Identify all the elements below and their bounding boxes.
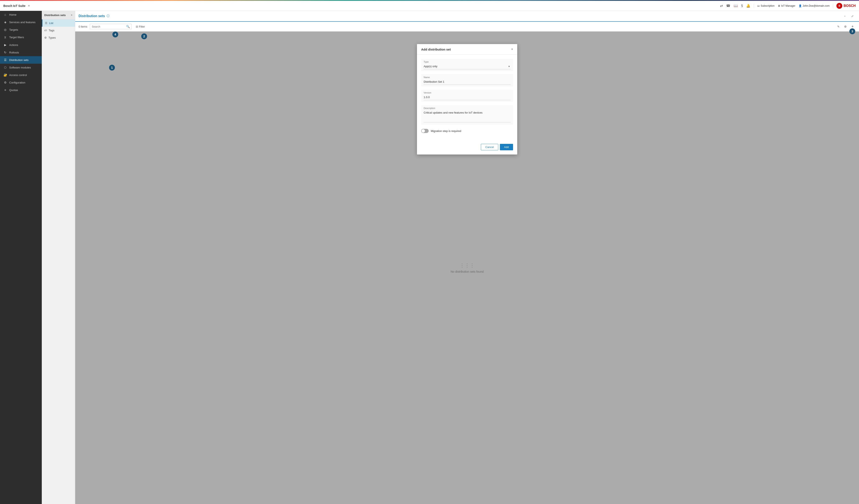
edit-button[interactable]: ✎ [835,24,842,30]
target-filters-icon: ⧖ [3,35,7,39]
type-label: Type [424,61,511,63]
sidebar: ⌂ Home ◈ Services and features ◎ Targets… [0,11,42,504]
migration-label: Migration step is required [431,129,461,133]
sidebar-item-services-label: Services and features [9,21,35,24]
settings-button[interactable]: ⚙ [842,24,848,30]
sidebar-item-targets[interactable]: ◎ Targets [0,26,42,33]
sidebar-item-target-filters[interactable]: ⧖ Target filters [0,33,42,41]
name-input[interactable] [424,79,511,85]
modal-overlay: 4 Add distribution set × Type App [75,32,859,504]
edit-icon: ✎ [837,25,840,28]
secondary-nav-tags-label: Tags [49,29,54,32]
content-header-actions: − ⤢ [842,13,856,19]
search-box[interactable]: 🔍 [90,24,132,29]
content-title: Distribution sets [78,14,105,18]
secondary-nav-tags[interactable]: 🏷 Tags [42,27,75,34]
version-field-group: Version [421,90,513,102]
sidebar-item-actions[interactable]: ▶ Actions [0,41,42,49]
type-select-wrapper: App(s) only ▾ [424,63,511,69]
step-badge-2: 2 [141,33,147,39]
modal-close-button[interactable]: × [511,47,513,51]
cancel-button[interactable]: Cancel [481,144,498,150]
sidebar-item-targets-label: Targets [9,28,18,31]
minimize-button[interactable]: − [842,13,848,19]
search-icon[interactable]: 🔍 [126,25,130,28]
user-item[interactable]: 👤 John.Doe@domain.com [799,4,830,7]
sidebar-item-software-modules[interactable]: ⬡ Software modules [0,64,42,71]
bell-icon[interactable]: 🔔 [746,4,750,8]
search-input[interactable] [92,25,126,28]
tags-nav-icon: 🏷 [44,29,47,32]
modal-body: Type App(s) only ▾ Name [417,55,517,141]
toolbar: 0 items 🔍 ⊟ Filter ✎ ⚙ + [75,22,859,32]
sidebar-item-configuration-label: Configuration [9,81,25,84]
settings-icon: ⚙ [844,25,847,28]
description-textarea[interactable]: Critical updates and new features for Io… [424,110,511,122]
filter-button[interactable]: ⊟ Filter [134,24,147,29]
expand-button[interactable]: ⤢ [849,13,856,19]
name-field-group: Name [421,74,513,87]
minimize-icon: − [844,15,846,18]
sidebar-item-home[interactable]: ⌂ Home [0,11,42,18]
share-icon[interactable]: ⇄ [720,4,723,8]
bosch-circle: B [837,3,842,9]
description-label: Description [424,107,511,109]
secondary-panel-close-icon[interactable]: × [71,13,73,17]
migration-toggle-row: Migration step is required [421,129,513,133]
software-modules-icon: ⬡ [3,66,7,69]
sidebar-item-actions-label: Actions [9,43,18,47]
subscription-item[interactable]: 🗂 Subscription [757,4,774,7]
sidebar-item-quotas-label: Quotas [9,89,18,92]
iot-manager-icon: 🖥 [778,4,780,7]
sidebar-item-access-control-label: Access control [9,74,27,77]
iot-manager-label: IoT Manager [781,4,795,7]
sidebar-item-rollouts[interactable]: ↻ Rollouts [0,49,42,56]
app-title: Bosch IoT Suite [3,4,26,7]
secondary-nav-types-label: Types [48,36,56,39]
content-title-area: Distribution sets ⓘ [78,14,109,18]
secondary-nav-list-label: List [49,21,53,25]
type-field-group: Type App(s) only ▾ [421,59,513,71]
badge-4-circle: 4 [112,32,118,37]
items-count: 0 items [78,25,87,28]
sidebar-item-rollouts-label: Rollouts [9,51,19,54]
secondary-panel-header: Distribution sets × [42,11,75,19]
targets-icon: ◎ [3,28,7,31]
description-field-group: Description Critical updates and new fea… [421,105,513,125]
sidebar-item-distribution-sets[interactable]: ☰ Distribution sets [0,56,42,64]
iot-manager-item[interactable]: 🖥 IoT Manager [778,4,795,7]
step-badge-4: 4 [112,32,118,37]
secondary-nav-types[interactable]: ⚙ Types [42,34,75,41]
version-input[interactable] [424,94,511,100]
header-left: Bosch IoT Suite × [3,4,30,8]
book-icon[interactable]: 📖 [734,4,738,8]
sidebar-item-services[interactable]: ◈ Services and features [0,18,42,26]
type-select[interactable]: App(s) only [424,63,511,69]
secondary-nav-list[interactable]: ☰ List [42,19,75,27]
distribution-sets-icon: ☰ [3,58,7,62]
toggle-knob [422,129,425,133]
step-badge-1: 1 [109,65,115,71]
bosch-label: BOSCH [844,4,856,8]
name-label: Name [424,76,511,78]
add-submit-button[interactable]: Add [500,144,513,150]
configuration-icon: ⚙ [3,81,7,84]
step-badge-3: 3 [849,28,855,34]
sidebar-item-configuration[interactable]: ⚙ Configuration [0,79,42,86]
add-icon: + [852,25,854,29]
types-nav-icon: ⚙ [44,36,47,39]
content-area: 1 2 3 Distribution sets ⓘ − ⤢ 0 items [75,11,859,504]
dollar-icon[interactable]: § [741,4,743,8]
filter-label: Filter [139,25,145,28]
content-header: Distribution sets ⓘ − ⤢ [75,11,859,22]
top-header: Bosch IoT Suite × ⇄ ☎ 📖 § 🔔 🗂 Subscripti… [0,1,859,11]
phone-icon[interactable]: ☎ [726,4,730,8]
actions-icon: ▶ [3,43,7,47]
sidebar-item-access-control[interactable]: 🔐 Access control [0,71,42,79]
modal-header: Add distribution set × [417,44,517,55]
info-icon[interactable]: ⓘ [107,14,109,18]
sidebar-item-quotas[interactable]: ≡ Quotas [0,86,42,94]
bosch-logo: B BOSCH [837,3,856,9]
header-close-icon[interactable]: × [28,4,30,8]
migration-toggle[interactable] [421,129,429,133]
